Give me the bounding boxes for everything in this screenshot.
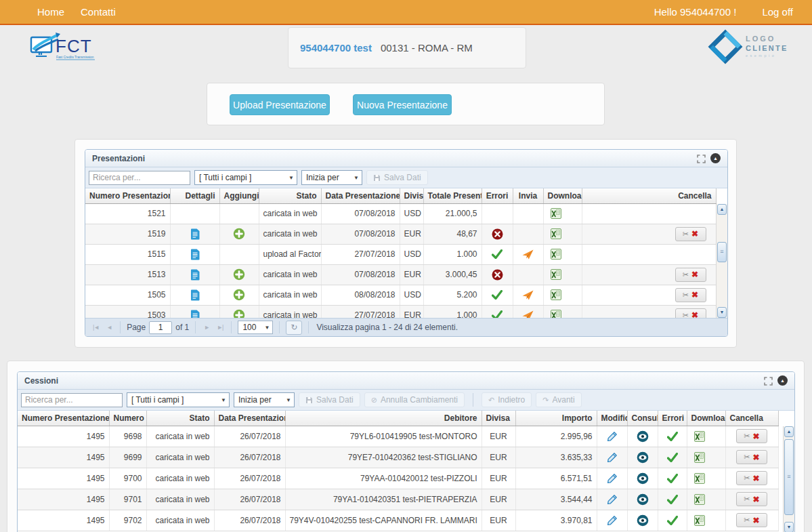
salva-dati-button[interactable]: Salva Dati: [299, 392, 360, 407]
presentazioni-col-aggiungi[interactable]: Aggiungi: [219, 188, 259, 203]
operator-select[interactable]: Inizia per ▼: [234, 392, 295, 407]
cessioni-col-consulta[interactable]: Consulta: [627, 411, 658, 426]
edit-icon[interactable]: [607, 494, 618, 505]
scroll-thumb[interactable]: ≡: [717, 242, 727, 262]
excel-download-icon[interactable]: [694, 494, 705, 505]
pager-last-button[interactable]: ►|: [215, 324, 225, 331]
cessioni-col-errori[interactable]: Errori: [658, 411, 687, 426]
scroll-up-button[interactable]: ▲: [784, 426, 794, 437]
expand-icon[interactable]: [697, 154, 706, 163]
view-icon[interactable]: [637, 493, 649, 506]
presentazioni-row[interactable]: 1515upload al Factor27/07/2018USD1.000: [85, 244, 716, 264]
presentazioni-col-divisa[interactable]: Divisa: [400, 188, 423, 203]
page-input[interactable]: [149, 321, 172, 334]
excel-download-icon[interactable]: [551, 228, 561, 239]
presentazioni-col-stato[interactable]: Stato: [259, 188, 321, 203]
excel-download-icon[interactable]: [694, 473, 705, 484]
cessioni-col-debitore[interactable]: Debitore: [285, 411, 482, 426]
cessioni-col-divisa[interactable]: Divisa: [482, 411, 515, 426]
cessioni-row[interactable]: 14959700caricata in web26/07/201879YAA-0…: [18, 468, 778, 489]
cessioni-col-stato[interactable]: Stato: [146, 411, 214, 426]
presentazioni-row[interactable]: 1513caricata in web07/08/2018EUR3.000,45…: [85, 264, 716, 285]
page-size-select[interactable]: 100 ▼: [238, 321, 273, 334]
field-select[interactable]: [ Tutti i campi ] ▼: [194, 170, 297, 185]
details-icon[interactable]: [190, 228, 200, 240]
presentazioni-col-download[interactable]: Download: [543, 188, 582, 203]
send-icon[interactable]: [522, 310, 534, 318]
presentazioni-col-numero[interactable]: Numero Presentazione: [85, 188, 170, 203]
cessioni-col-download[interactable]: Download: [687, 411, 725, 426]
edit-icon[interactable]: [607, 473, 618, 484]
presentazioni-col-totale[interactable]: Totale Presentazione: [423, 188, 482, 203]
cancel-row-button[interactable]: ✂✖: [675, 308, 706, 319]
presentazioni-row[interactable]: 1521caricata in web07/08/2018USD21.000,5: [85, 203, 716, 224]
operator-select[interactable]: Inizia per ▼: [301, 170, 362, 185]
collapse-icon[interactable]: ▲: [710, 153, 721, 163]
cessioni-col-modifica[interactable]: Modifica: [597, 411, 627, 426]
cessioni-col-importo[interactable]: Importo: [515, 411, 597, 426]
add-icon[interactable]: [233, 228, 245, 240]
annulla-cambiamenti-button[interactable]: ⊘ Annulla Cambiamenti: [364, 392, 465, 407]
indietro-button[interactable]: ↶ Indietro: [482, 392, 532, 407]
vertical-scrollbar[interactable]: ▲≡▼: [783, 426, 794, 532]
cancel-row-button[interactable]: ✂✖: [675, 268, 706, 282]
cessioni-row[interactable]: 14959698caricata in web26/07/201879YL6-0…: [18, 426, 778, 447]
add-icon[interactable]: [233, 289, 245, 301]
presentazioni-col-invia[interactable]: Invia: [513, 188, 543, 203]
cessioni-row[interactable]: 14959699caricata in web26/07/201879YE7-0…: [18, 447, 778, 468]
nav-home[interactable]: Home: [29, 6, 72, 18]
cessioni-row[interactable]: 14959702caricata in web26/07/201879Y4V-0…: [18, 510, 778, 531]
view-icon[interactable]: [637, 514, 649, 527]
view-icon[interactable]: [637, 451, 649, 464]
pager-first-button[interactable]: |◄: [91, 324, 101, 331]
edit-icon[interactable]: [607, 452, 618, 463]
nav-greeting[interactable]: Hello 954044700 !: [646, 6, 745, 18]
field-select[interactable]: [ Tutti i campi ] ▼: [127, 392, 230, 407]
cancel-row-button[interactable]: ✂✖: [736, 471, 767, 485]
scroll-up-button[interactable]: ▲: [717, 204, 727, 215]
excel-download-icon[interactable]: [694, 452, 705, 463]
scroll-down-button[interactable]: ▼: [784, 522, 794, 532]
presentazioni-col-dettagli[interactable]: Dettagli: [170, 188, 219, 203]
client-code-link[interactable]: 954044700 test: [300, 42, 372, 54]
details-icon[interactable]: [190, 310, 200, 319]
salva-dati-button[interactable]: Salva Dati: [366, 170, 428, 185]
details-icon[interactable]: [190, 269, 200, 281]
nuova-presentazione-button[interactable]: Nuova Presentazione: [353, 94, 452, 115]
search-input[interactable]: [21, 393, 123, 407]
excel-download-icon[interactable]: [551, 289, 561, 300]
search-input[interactable]: [89, 171, 190, 185]
details-icon[interactable]: [190, 249, 200, 260]
cancel-row-button[interactable]: ✂✖: [675, 227, 706, 241]
vertical-scrollbar[interactable]: ▲≡▼: [716, 204, 727, 318]
view-icon[interactable]: [637, 472, 649, 485]
details-icon[interactable]: [190, 289, 200, 301]
cancel-row-button[interactable]: ✂✖: [675, 288, 706, 302]
presentazioni-row[interactable]: 1503caricata in web27/07/2018EUR1.000✂✖: [85, 305, 716, 318]
cessioni-col-data[interactable]: Data Presentazione: [214, 411, 285, 426]
scroll-down-button[interactable]: ▼: [717, 307, 727, 318]
excel-download-icon[interactable]: [551, 310, 561, 318]
send-icon[interactable]: [522, 249, 534, 260]
presentazioni-col-errori[interactable]: Errori: [482, 188, 513, 203]
pager-next-button[interactable]: ►: [202, 324, 211, 331]
cancel-row-button[interactable]: ✂✖: [736, 450, 767, 464]
refresh-button[interactable]: ↻: [286, 321, 302, 335]
nav-logoff[interactable]: Log off: [754, 6, 801, 18]
upload-presentazione-button[interactable]: Upload Presentazione: [230, 94, 330, 115]
presentazioni-col-cancella[interactable]: Cancella: [582, 188, 716, 203]
cessioni-col-numero[interactable]: Numero Cessione: [109, 411, 146, 426]
add-icon[interactable]: [233, 309, 245, 318]
presentazioni-col-data[interactable]: Data Presentazione: [321, 188, 400, 203]
cancel-row-button[interactable]: ✂✖: [736, 513, 767, 527]
fct-logo[interactable]: FCT Fast Credits Transmission: [30, 31, 112, 68]
excel-download-icon[interactable]: [551, 269, 561, 280]
collapse-icon[interactable]: ▲: [777, 375, 788, 386]
scroll-thumb[interactable]: ≡: [784, 439, 794, 515]
add-icon[interactable]: [233, 268, 245, 281]
pager-prev-button[interactable]: ◄: [104, 324, 114, 331]
excel-download-icon[interactable]: [551, 249, 561, 260]
cessioni-col-numero_presentazione[interactable]: Numero Presentazione: [18, 411, 109, 426]
nav-contatti[interactable]: Contatti: [72, 6, 124, 18]
excel-download-icon[interactable]: [551, 208, 561, 219]
